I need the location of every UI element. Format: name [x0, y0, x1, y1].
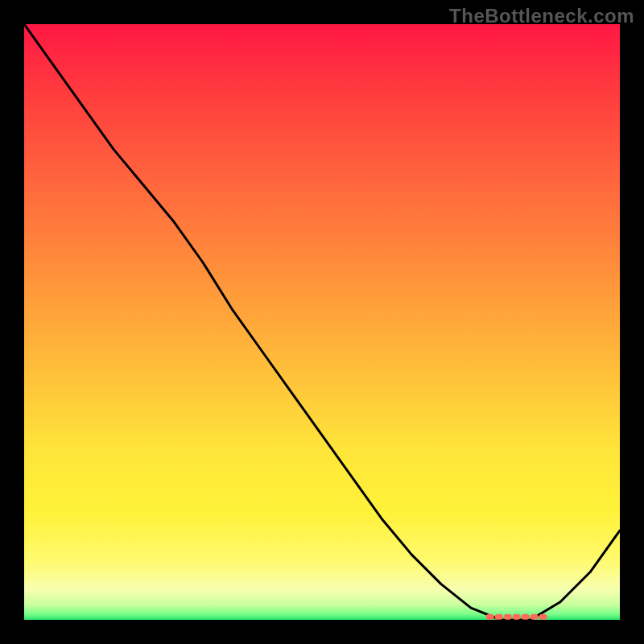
watermark-text: TheBottleneck.com	[449, 5, 634, 27]
plot-area	[24, 24, 620, 620]
chart-container: TheBottleneck.com	[0, 0, 644, 644]
gradient-background	[24, 24, 620, 620]
chart-svg	[24, 24, 620, 620]
